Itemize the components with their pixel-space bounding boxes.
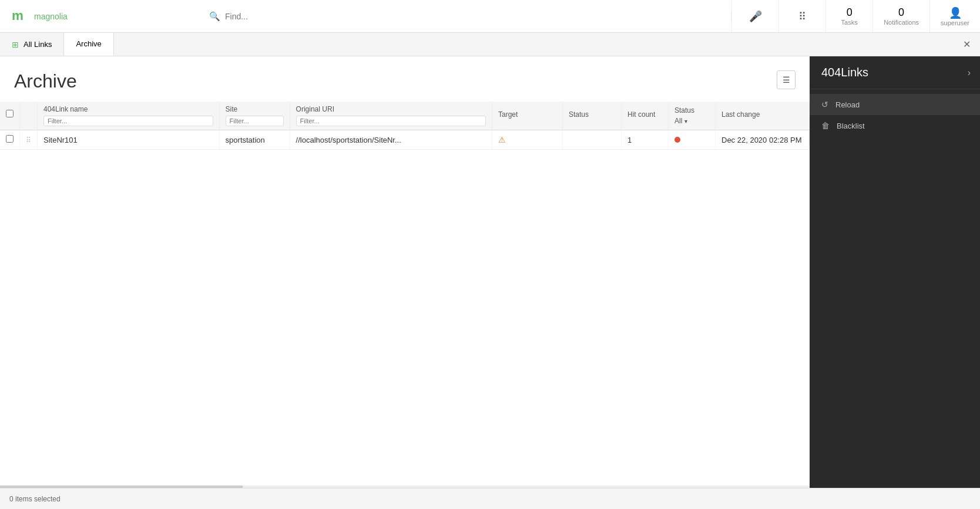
tab-archive-label: Archive: [76, 39, 101, 48]
row-hitcount: 1: [622, 130, 669, 150]
blacklist-action[interactable]: 🗑 Blacklist: [810, 115, 980, 136]
col-header-drag: [20, 102, 38, 130]
tab-alllinks-label: All Links: [24, 40, 52, 49]
row-name: SiteNr101: [38, 130, 220, 150]
row-target: ⚠: [492, 130, 563, 150]
row-status2: [669, 130, 716, 150]
logo-area: m magnolia: [0, 7, 200, 26]
trash-icon: 🗑: [821, 121, 830, 130]
row-drag-cell[interactable]: ⠿: [20, 130, 38, 150]
tab-alllinks[interactable]: ⊞ All Links: [0, 33, 64, 56]
magnolia-wordmark: magnolia: [34, 10, 87, 23]
magnolia-logo-icon: m: [12, 7, 31, 26]
col-header-uri: Original URI: [290, 102, 492, 130]
status-all-label: All: [674, 117, 682, 125]
main-layout: Archive ☰: [0, 56, 980, 488]
topbar: m magnolia 🔍 🎤 ⠿ 0 Tasks 0 Notifications…: [0, 0, 980, 33]
notifications-label: Notifications: [884, 19, 919, 26]
table-body: ⠿ SiteNr101 sportstation //localhost/spo…: [0, 130, 810, 150]
row-site: sportstation: [219, 130, 290, 150]
warning-icon: ⚠: [498, 135, 506, 144]
right-panel: 404Links › ↺ Reload 🗑 Blacklist: [810, 56, 980, 488]
row-lastchange: Dec 22, 2020 02:28 PM: [716, 130, 810, 150]
microphone-icon: 🎤: [749, 10, 762, 23]
right-panel-title: 404Links: [821, 66, 868, 79]
search-input[interactable]: [225, 12, 721, 21]
svg-text:magnolia: magnolia: [34, 12, 68, 21]
nav-tabs: ⊞ All Links Archive ✕: [0, 33, 980, 56]
reload-label: Reload: [835, 100, 860, 109]
close-tab-button[interactable]: ✕: [954, 39, 980, 50]
col-header-status2: Status All ▾: [669, 102, 716, 130]
row-checkbox[interactable]: [6, 135, 14, 143]
user-menu-button[interactable]: 👤 superuser: [929, 0, 980, 32]
items-selected-label: 0 items selected: [9, 495, 61, 503]
page-title: Archive: [14, 70, 77, 92]
tab-archive[interactable]: Archive: [64, 33, 113, 56]
row-uri: //localhost/sportstation/SiteNr...: [290, 130, 492, 150]
select-all-checkbox[interactable]: [6, 110, 14, 117]
grid-icon: ⠿: [798, 10, 806, 23]
row-checkbox-cell[interactable]: [0, 130, 20, 150]
reload-icon: ↺: [821, 100, 828, 109]
tasks-label: Tasks: [841, 19, 858, 26]
tasks-button[interactable]: 0 Tasks: [825, 0, 872, 32]
scroll-thumb: [0, 486, 243, 488]
tasks-count: 0: [847, 6, 853, 19]
tree-icon: ⊞: [12, 40, 19, 49]
microphone-button[interactable]: 🎤: [731, 0, 778, 32]
expand-panel-button[interactable]: ›: [968, 68, 971, 78]
status-bar: 0 items selected: [0, 488, 980, 509]
col-header-name: 404Link name: [38, 102, 220, 130]
table-row[interactable]: ⠿ SiteNr101 sportstation //localhost/spo…: [0, 130, 810, 150]
menu-button[interactable]: ☰: [777, 70, 796, 89]
table-header-row: 404Link name Site Original URI Targ: [0, 102, 810, 130]
filter-uri-input[interactable]: [296, 116, 486, 126]
col-header-site: Site: [219, 102, 290, 130]
user-icon: 👤: [949, 6, 962, 19]
grid-button[interactable]: ⠿: [778, 0, 825, 32]
notifications-count: 0: [898, 6, 904, 19]
blacklist-label: Blacklist: [837, 122, 865, 130]
topbar-actions: 🎤 ⠿ 0 Tasks 0 Notifications 👤 superuser: [731, 0, 980, 32]
row-status: [563, 130, 622, 150]
hamburger-icon: ☰: [783, 75, 790, 85]
chevron-down-icon: ▾: [684, 118, 687, 124]
filter-name-input[interactable]: [43, 116, 213, 126]
col-header-status: Status: [563, 102, 622, 130]
svg-text:m: m: [12, 8, 24, 23]
col-header-target: Target: [492, 102, 563, 130]
search-icon: 🔍: [209, 11, 220, 22]
filter-site-input[interactable]: [226, 116, 284, 126]
drag-handle-icon[interactable]: ⠿: [26, 136, 31, 144]
col-header-hitcount: Hit count: [622, 102, 669, 130]
col-header-lastchange: Last change: [716, 102, 810, 130]
search-area[interactable]: 🔍: [200, 11, 731, 22]
table-container: 404Link name Site Original URI Targ: [0, 102, 810, 150]
scroll-indicator[interactable]: [0, 486, 810, 488]
status-dot: [674, 137, 680, 143]
content-area: Archive ☰: [0, 56, 810, 488]
archive-table: 404Link name Site Original URI Targ: [0, 102, 810, 150]
page-title-row: Archive ☰: [0, 56, 810, 102]
reload-action[interactable]: ↺ Reload: [810, 94, 980, 115]
user-label: superuser: [941, 19, 969, 26]
right-panel-header: 404Links ›: [810, 56, 980, 89]
col-header-checkbox: [0, 102, 20, 130]
right-panel-actions: ↺ Reload 🗑 Blacklist: [810, 89, 980, 141]
magnolia-logo: m magnolia: [12, 7, 87, 26]
notifications-button[interactable]: 0 Notifications: [872, 0, 929, 32]
status-filter-dropdown[interactable]: All ▾: [674, 117, 709, 125]
